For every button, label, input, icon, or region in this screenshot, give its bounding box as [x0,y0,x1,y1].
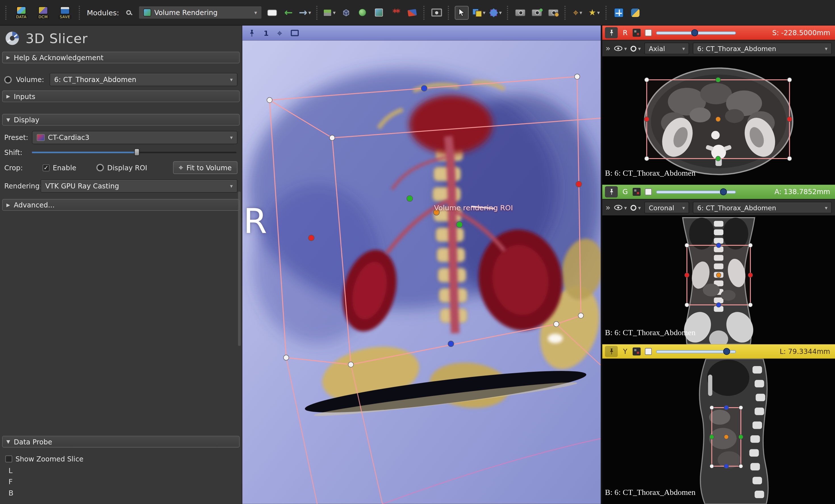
load-data-button[interactable]: DATA [12,6,30,19]
center-view-crosshair-icon[interactable]: ⌖ [277,28,282,38]
favorites-button[interactable]: ★▾ [588,6,600,20]
slider-knob[interactable] [723,348,730,354]
slice-composite-icon[interactable] [633,188,641,196]
slice-composite-icon[interactable] [633,29,641,37]
fit-to-volume-button[interactable]: ⌖ Fit to Volume [173,161,238,174]
save-button[interactable]: SAVE [56,6,74,19]
markups-sphere-button[interactable] [356,6,369,20]
python-icon [630,8,640,17]
blank-view-icon [267,9,277,16]
toolbar-grip[interactable] [316,6,319,20]
slice-menu-icon[interactable] [645,188,652,195]
module-selector[interactable]: Volume Rendering ▾ [138,6,262,19]
toolbar-grip[interactable] [564,6,567,20]
slice-volume-combo[interactable]: 6: CT_Thorax_Abdomen ▾ [693,202,832,213]
crop-enable-checkbox[interactable]: ✓ [43,164,49,171]
volume-cube-icon [375,8,383,17]
pin-button[interactable] [605,186,618,197]
crosshair-button[interactable]: ⌖▾ [571,6,584,20]
crosshair-icon: ⌖ [573,8,578,17]
volume-module-button[interactable] [373,6,385,20]
rendering-combo[interactable]: VTK GPU Ray Casting ▾ [41,180,238,193]
paint-button[interactable] [406,6,419,20]
link-views-button[interactable]: ▾ [631,45,641,51]
module-search-button[interactable] [123,6,135,18]
visibility-button[interactable]: ▾ [614,45,627,51]
collapsed-triangle-icon: ▶ [6,55,10,60]
slider-knob[interactable] [691,29,698,36]
capture-settings-button[interactable] [547,6,559,20]
back-arrow-icon: ← [284,7,293,18]
volume-combo[interactable]: 6: CT_Thorax_Abdomen ▾ [49,73,238,86]
preset-label: Preset: [4,134,32,142]
chevron-down-icon: ▾ [230,183,232,189]
dicom-button[interactable]: DCM [34,6,52,19]
screen-capture-button[interactable] [430,6,443,20]
link-views-button[interactable]: ▾ [631,205,641,211]
window-level-button[interactable]: ▾ [472,6,486,20]
slice-menu-icon[interactable] [645,348,652,355]
toolbar-grip[interactable] [423,6,425,20]
fit-to-volume-label: Fit to Volume [186,164,231,172]
mouse-interaction-button[interactable] [455,6,469,20]
section-inputs[interactable]: ▶ Inputs [2,90,240,102]
probe-line-l: L [8,466,242,477]
display-roi-eye-icon[interactable] [97,164,104,171]
pin-icon[interactable] [249,29,255,37]
history-forward-button[interactable]: →▾ [299,6,311,20]
history-back-button[interactable]: ← [282,6,295,20]
red-slice-letter: R [622,29,629,37]
place-markup-button[interactable]: ▾ [489,6,502,20]
maximize-view-icon[interactable] [291,30,299,36]
screenshot-button[interactable] [514,6,527,20]
section-display[interactable]: ▼ Display [2,114,240,125]
orientation-combo[interactable]: Coronal ▾ [645,202,689,213]
section-display-label: Display [14,116,39,124]
section-help[interactable]: ▶ Help & Acknowledgement [2,51,240,63]
visibility-button[interactable]: ▾ [614,205,627,211]
adjust-squares-icon [472,8,482,17]
main-content: 3D Slicer ▶ Help & Acknowledgement Volum… [0,25,835,504]
orientation-combo[interactable]: Axial ▾ [645,43,689,54]
slice-composite-icon[interactable] [633,348,641,355]
slice-volume-combo[interactable]: 6: CT_Thorax_Abdomen ▾ [693,43,832,54]
toolbar-grip[interactable] [79,6,81,20]
yellow-slice-controller: Y L: 79.3344mm [603,344,835,359]
toolbar-grip[interactable] [507,6,509,20]
yellow-slice-slider[interactable] [656,347,736,356]
threeD-view[interactable]: R Volume rendering ROI [242,41,601,504]
red-slice-viewport[interactable]: B: 6: CT_Thorax_Abdomen [603,57,835,185]
pin-button[interactable] [605,27,618,38]
crosshair-snowflake-button[interactable]: ** [389,6,402,20]
preset-combo[interactable]: CT-Cardiac3 ▾ [32,131,238,144]
check-icon: ✓ [44,165,48,171]
panel-scrollbar[interactable] [238,192,241,346]
yellow-slice-viewport[interactable]: B: 6: CT_Thorax_Abdomen [603,359,835,504]
slice-menu-icon[interactable] [645,29,652,36]
axial-ct-image [603,57,835,185]
toolbar-grip[interactable] [605,6,608,20]
section-data-probe[interactable]: ▼ Data Probe [2,436,240,447]
threeD-only-layout-button[interactable] [340,6,352,20]
pin-button[interactable] [605,346,618,357]
green-slice-viewport[interactable]: B: 6: CT_Thorax_Abdomen [603,215,835,344]
restore-views-button[interactable] [266,6,278,20]
layout-selector-button[interactable]: ▾ [323,6,336,20]
probe-lines: L F B [0,463,242,500]
starburst-icon [489,8,498,17]
toolbar-grip[interactable] [5,6,8,20]
slider-knob[interactable] [134,148,140,156]
python-console-button[interactable] [629,6,641,20]
red-slice-slider[interactable] [656,28,736,37]
slider-knob[interactable] [720,188,727,195]
section-advanced[interactable]: ▶ Advanced... [2,199,240,211]
extensions-button[interactable] [612,6,625,20]
green-slice-slider[interactable] [656,188,736,196]
shift-slider[interactable] [32,147,238,157]
expand-options-icon[interactable]: » [606,203,610,212]
scene-view-button[interactable] [530,6,543,20]
expand-options-icon[interactable]: » [606,44,610,54]
panel-spacer [0,211,242,434]
toolbar-grip[interactable] [448,6,450,20]
show-zoomed-checkbox[interactable] [5,456,12,462]
